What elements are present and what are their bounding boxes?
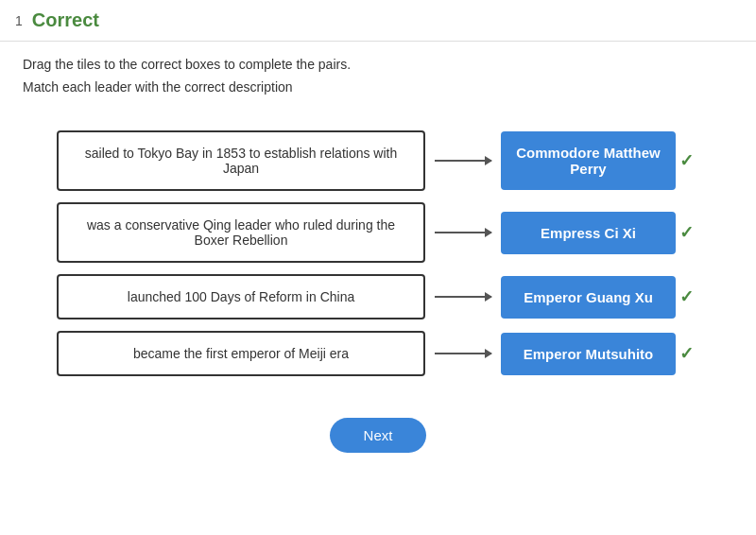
- pairs-container: sailed to Tokyo Bay in 1853 to establish…: [0, 102, 756, 395]
- name-box: Commodore Matthew Perry: [501, 131, 676, 190]
- arrow-section: [425, 296, 501, 298]
- arrow-icon: [435, 232, 491, 233]
- description-box: sailed to Tokyo Bay in 1853 to establish…: [57, 130, 425, 191]
- next-button[interactable]: Next: [330, 418, 427, 453]
- check-icon: ✓: [679, 343, 694, 364]
- description-box: became the first emperor of Meiji era: [57, 331, 425, 376]
- check-icon: ✓: [679, 150, 694, 171]
- name-box-wrapper: Empress Ci Xi✓: [501, 212, 694, 254]
- pair-row: became the first emperor of Meiji eraEmp…: [57, 331, 699, 376]
- check-icon: ✓: [679, 222, 694, 243]
- arrow-icon: [435, 296, 491, 298]
- correct-label: Correct: [32, 9, 99, 31]
- arrow-section: [425, 232, 501, 233]
- pair-row: sailed to Tokyo Bay in 1853 to establish…: [57, 130, 699, 191]
- next-button-container: Next: [0, 395, 756, 472]
- arrow-icon: [435, 160, 491, 162]
- description-box: was a conservative Qing leader who ruled…: [57, 202, 425, 263]
- name-box-wrapper: Emperor Guang Xu✓: [501, 276, 694, 319]
- page-container: 1 Correct Drag the tiles to the correct …: [0, 0, 756, 535]
- name-box: Emperor Mutsuhito: [501, 333, 676, 375]
- name-box: Emperor Guang Xu: [501, 276, 676, 319]
- name-box-wrapper: Commodore Matthew Perry✓: [501, 131, 694, 190]
- check-icon: ✓: [679, 286, 694, 307]
- instruction-main: Drag the tiles to the correct boxes to c…: [23, 57, 733, 72]
- instructions: Drag the tiles to the correct boxes to c…: [0, 42, 756, 102]
- header: 1 Correct: [0, 0, 756, 42]
- name-box: Empress Ci Xi: [501, 212, 676, 254]
- instruction-sub: Match each leader with the correct descr…: [23, 79, 733, 95]
- arrow-section: [425, 353, 501, 354]
- arrow-section: [425, 160, 501, 162]
- question-number: 1: [15, 13, 23, 28]
- name-box-wrapper: Emperor Mutsuhito✓: [501, 333, 694, 375]
- description-box: launched 100 Days of Reform in China: [57, 274, 425, 319]
- arrow-icon: [435, 353, 491, 354]
- pair-row: was a conservative Qing leader who ruled…: [57, 202, 699, 263]
- pair-row: launched 100 Days of Reform in ChinaEmpe…: [57, 274, 699, 319]
